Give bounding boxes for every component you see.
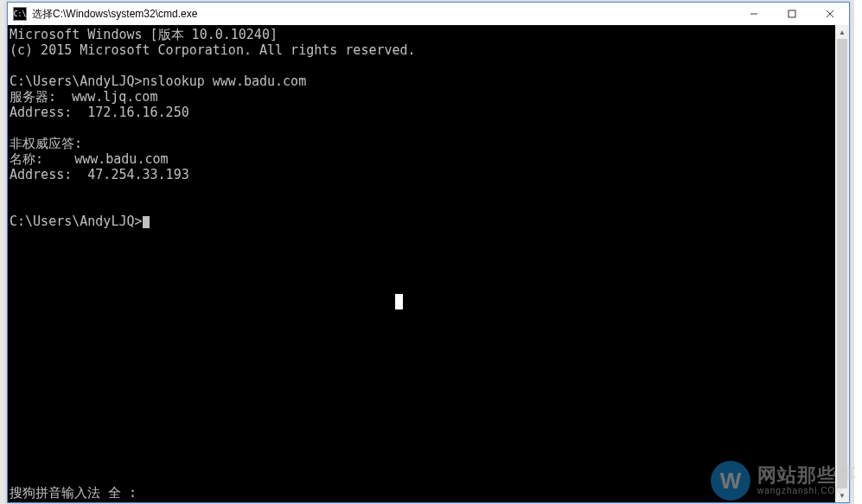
text-cursor-icon: [143, 216, 150, 228]
scroll-down-button[interactable]: ▼: [835, 488, 849, 502]
scroll-up-button[interactable]: ▲: [835, 25, 849, 39]
scroll-thumb[interactable]: [837, 39, 847, 488]
cmd-window: C:\ 选择C:\Windows\system32\cmd.exe Micros…: [7, 2, 850, 503]
terminal-output[interactable]: Microsoft Windows [版本 10.0.10240] (c) 20…: [8, 25, 835, 502]
titlebar[interactable]: C:\ 选择C:\Windows\system32\cmd.exe: [8, 3, 849, 25]
terminal-line: Microsoft Windows [版本 10.0.10240]: [10, 27, 278, 42]
close-button[interactable]: [811, 3, 849, 25]
window-title: 选择C:\Windows\system32\cmd.exe: [32, 7, 197, 22]
ime-status: 搜狗拼音输入法 全 :: [10, 485, 137, 501]
terminal-line: (c) 2015 Microsoft Corporation. All righ…: [10, 42, 416, 58]
cmd-icon: C:\: [13, 7, 27, 21]
selection-cursor-icon: [395, 294, 403, 309]
terminal-line: Address: 172.16.16.250: [10, 105, 189, 120]
scroll-track[interactable]: [835, 39, 849, 488]
terminal-line: Address: 47.254.33.193: [10, 167, 189, 182]
vertical-scrollbar[interactable]: ▲ ▼: [835, 25, 849, 502]
terminal-line: 非权威应答:: [10, 136, 82, 151]
terminal-prompt: C:\Users\AndyLJQ>: [10, 214, 143, 229]
svg-rect-1: [789, 10, 795, 17]
terminal-line: C:\Users\AndyLJQ>nslookup www.badu.com: [10, 73, 306, 89]
terminal-line: 服务器: www.ljq.com: [10, 89, 157, 105]
maximize-button[interactable]: [773, 3, 811, 25]
minimize-button[interactable]: [735, 3, 773, 25]
terminal-line: 名称: www.badu.com: [10, 151, 169, 167]
